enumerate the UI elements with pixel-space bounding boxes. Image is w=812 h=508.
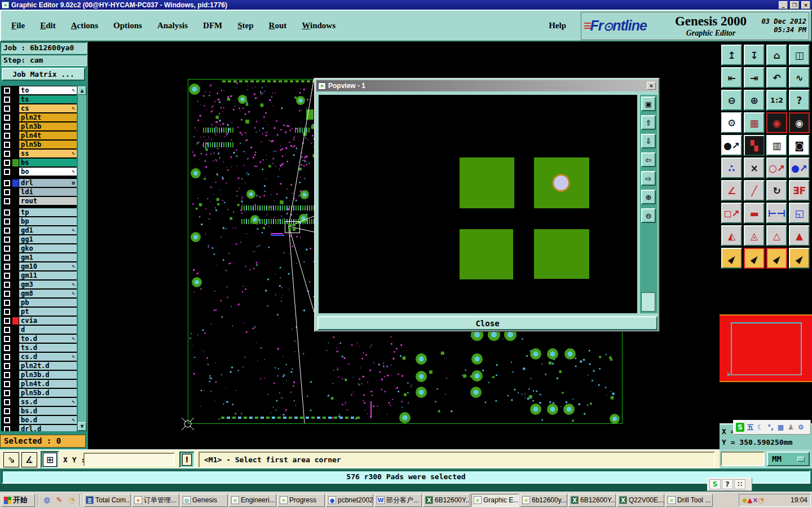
- restore-button[interactable]: ❐: [790, 1, 799, 9]
- layer-visibility-checkbox[interactable]: [4, 291, 10, 297]
- overview-viewport-rect[interactable]: [731, 322, 802, 375]
- layer-row[interactable]: gm3✎: [1, 280, 77, 289]
- layer-visibility-checkbox[interactable]: [4, 255, 10, 261]
- taskbar-item[interactable]: × 6b12600y...: [520, 494, 567, 507]
- layer-label[interactable]: drl.d: [19, 425, 77, 431]
- menu-item[interactable]: Step: [237, 21, 253, 30]
- taskbar-item[interactable]: X 6B12600Y...: [423, 494, 470, 507]
- layer-row[interactable]: ss.d✎: [1, 397, 77, 406]
- layer-label[interactable]: gd1✎: [19, 226, 77, 234]
- grid-settings[interactable]: ▦: [744, 112, 765, 133]
- quick-launch-icon[interactable]: ✎: [54, 495, 64, 505]
- select-polygon[interactable]: ►: [766, 248, 787, 269]
- grid-toggle-button[interactable]: ⊞: [41, 451, 59, 468]
- menu-item[interactable]: Options: [113, 21, 142, 30]
- layer-label[interactable]: pln4t: [19, 132, 77, 139]
- layer-visibility-checkbox[interactable]: [4, 408, 10, 414]
- layer-label[interactable]: bp: [19, 217, 77, 225]
- popview-pan-right[interactable]: ⇨: [641, 171, 656, 186]
- highlight-mode-3[interactable]: △: [766, 225, 787, 246]
- layer-row[interactable]: bs: [1, 158, 77, 167]
- layer-row[interactable]: pln5b: [1, 140, 77, 149]
- highlight-mode-2[interactable]: ◬: [744, 225, 765, 246]
- angle-mode-button[interactable]: ∡: [21, 452, 37, 467]
- mirror-selection[interactable]: ƎF: [789, 180, 810, 201]
- popview-close-icon[interactable]: ×: [647, 82, 656, 90]
- layer-label[interactable]: gg1: [19, 235, 77, 243]
- layer-visibility-checkbox[interactable]: [4, 124, 10, 130]
- language-bar-button[interactable]: ?: [722, 479, 733, 489]
- layer-label[interactable]: bs.d: [19, 407, 77, 415]
- view-scroll-down[interactable]: ↧: [744, 45, 765, 65]
- layer-row[interactable]: pln5b.d: [1, 388, 77, 397]
- layer-row[interactable]: d: [1, 325, 77, 334]
- layer-label[interactable]: pln3b.d: [19, 371, 77, 379]
- tray-icon[interactable]: ×: [752, 496, 758, 504]
- layer-label[interactable]: pln4t.d: [19, 380, 77, 388]
- surface-operations[interactable]: ◱: [789, 203, 810, 224]
- popview-zoom-in[interactable]: ⊕: [641, 190, 656, 204]
- layer-row[interactable]: bo✎: [1, 167, 77, 176]
- layer-row[interactable]: pln2t: [1, 113, 77, 122]
- layer-visibility-checkbox[interactable]: [4, 142, 10, 148]
- resize-mode-button[interactable]: ⇘: [3, 452, 19, 467]
- layer-visibility-checkbox[interactable]: [4, 273, 10, 279]
- help-query[interactable]: ?: [789, 90, 810, 111]
- layer-visibility-checkbox[interactable]: [4, 237, 10, 243]
- ime-icon[interactable]: ♟: [787, 423, 795, 432]
- layer-visibility-checkbox[interactable]: [4, 282, 10, 288]
- taskbar-item[interactable]: ≣ Total Com...: [83, 494, 131, 507]
- layer-row[interactable]: cvia: [1, 316, 77, 325]
- layer-list-scrollbar[interactable]: ▲ ▼: [77, 86, 87, 431]
- layer-row[interactable]: pln2t.d: [1, 361, 77, 370]
- layer-row[interactable]: cs.d✎: [1, 352, 77, 361]
- layer-row[interactable]: to✎: [1, 86, 77, 95]
- layer-label[interactable]: d: [19, 326, 77, 334]
- layer-row[interactable]: ts: [1, 95, 77, 104]
- layer-label[interactable]: ss✎: [19, 150, 77, 157]
- close-button[interactable]: ×: [801, 1, 810, 9]
- setup-tools[interactable]: ⚙: [721, 112, 742, 133]
- layer-label[interactable]: ss.d✎: [19, 398, 77, 406]
- layer-visibility-checkbox[interactable]: [4, 151, 10, 157]
- ime-icon[interactable]: ▦: [776, 423, 785, 432]
- layer-visibility-checkbox[interactable]: [4, 318, 10, 324]
- layer-label[interactable]: to.d✎: [19, 335, 77, 343]
- layer-visibility-checkbox[interactable]: [4, 417, 10, 423]
- alert-button[interactable]: !: [179, 452, 195, 468]
- popview-zoom-out[interactable]: ⊖: [641, 208, 656, 223]
- layer-visibility-checkbox[interactable]: [4, 354, 10, 360]
- net-points[interactable]: ∴: [721, 157, 742, 178]
- popview-duplicate[interactable]: ▣: [641, 97, 656, 111]
- active-tool[interactable]: ▚: [744, 135, 765, 156]
- menu-item[interactable]: Edit: [40, 21, 56, 30]
- taskbar-item[interactable]: X 6B12600Y...: [568, 494, 616, 507]
- layer-row[interactable]: gm8✎: [1, 289, 77, 298]
- layer-visibility-checkbox[interactable]: [4, 189, 10, 195]
- copy-move[interactable]: ●↗: [789, 157, 810, 178]
- overview-pane[interactable]: ×: [720, 314, 812, 382]
- menu-item[interactable]: DFM: [203, 21, 222, 30]
- layer-visibility-checkbox[interactable]: [4, 180, 10, 186]
- layer-row[interactable]: pt: [1, 307, 77, 316]
- job-matrix-button[interactable]: Job Matrix ...: [2, 68, 85, 81]
- layer-label[interactable]: bo✎: [19, 168, 77, 176]
- layer-visibility-checkbox[interactable]: [4, 218, 10, 225]
- zoom-center[interactable]: ⊕: [744, 90, 765, 111]
- layer-label[interactable]: cs✎: [19, 104, 77, 112]
- layer-visibility-checkbox[interactable]: [4, 390, 10, 396]
- highlight-mode-1[interactable]: ◭: [721, 225, 742, 246]
- menu-item[interactable]: Actions: [71, 21, 98, 30]
- layer-visibility-checkbox[interactable]: [4, 97, 10, 103]
- units-dropdown[interactable]: MM: [767, 452, 810, 466]
- menu-item[interactable]: Analysis: [157, 21, 188, 30]
- display-profile-2[interactable]: ◉: [789, 112, 810, 133]
- layer-visibility-checkbox[interactable]: [4, 309, 10, 315]
- taskbar-item[interactable]: × Progress: [277, 494, 325, 507]
- tray-icon[interactable]: ◆: [742, 496, 747, 504]
- menu-item-help[interactable]: Help: [549, 21, 566, 30]
- layer-row[interactable]: bo.d✎: [1, 415, 77, 424]
- layer-visibility-checkbox[interactable]: [4, 264, 10, 270]
- layer-visibility-checkbox[interactable]: [4, 246, 10, 252]
- ime-icon[interactable]: S: [736, 423, 744, 432]
